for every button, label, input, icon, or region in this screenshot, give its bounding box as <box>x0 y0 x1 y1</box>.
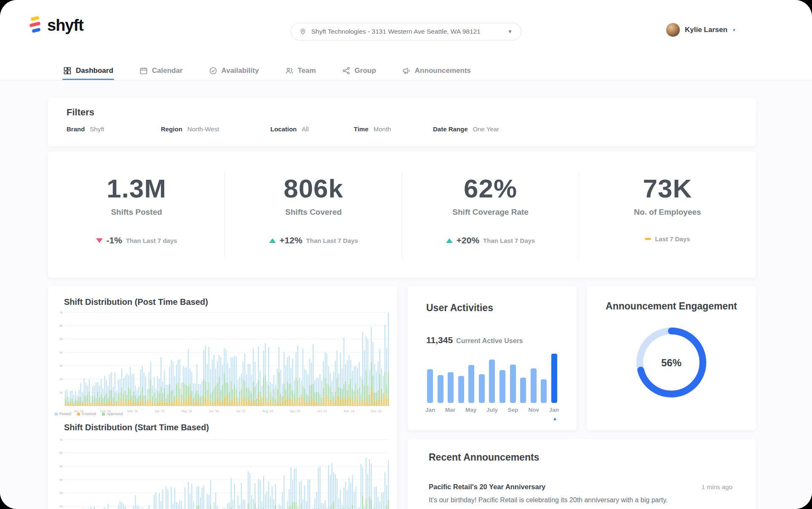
team-icon <box>285 67 294 75</box>
month-label: May <box>465 407 476 413</box>
filter-brand[interactable]: Brand Shyft <box>67 125 104 133</box>
user-activities-card: User Activities 11,345 Current Active Us… <box>408 286 577 430</box>
stat-shifts-posted: 1.3M Shifts Posted -1% Than Last 7 days <box>48 152 225 278</box>
delta-note: Than Last 7 Days <box>306 237 358 244</box>
tab-label: Team <box>298 67 316 75</box>
delta-value: +20% <box>457 235 479 245</box>
stat-delta: -1% Than Last 7 days <box>48 235 225 245</box>
filter-date-range[interactable]: Date Range One Year <box>433 125 499 133</box>
chevron-down-icon: ▼ <box>508 29 513 35</box>
user-name: Kylie Larsen <box>685 26 727 34</box>
filter-label: Brand <box>67 125 85 133</box>
month-label: Mar <box>445 407 455 413</box>
stat-coverage-rate: 62% Shift Coverage Rate +20% Than Last 7… <box>402 152 579 278</box>
stat-value: 806k <box>225 173 402 203</box>
announcement-engagement-card: Announcement Engagement 56% <box>587 286 756 430</box>
user-activities-months: JanMarMayJulySepNovJan <box>425 407 559 413</box>
svg-text:7k: 7k <box>59 311 63 314</box>
svg-text:Jul '18: Jul '18 <box>236 409 245 413</box>
delta-note: Than Last 7 Days <box>483 237 535 244</box>
svg-text:Apr '18: Apr '18 <box>155 409 165 413</box>
svg-text:3k: 3k <box>59 364 63 368</box>
filter-location[interactable]: Location All <box>270 125 309 133</box>
month-label: July <box>486 407 498 413</box>
stat-value: 62% <box>402 173 579 203</box>
activity-bar <box>520 378 526 403</box>
location-selector[interactable]: Shyft Technologies - 3131 Western Ave Se… <box>291 23 521 40</box>
svg-text:Nov '18: Nov '18 <box>344 409 354 413</box>
stats-card: 1.3M Shifts Posted -1% Than Last 7 days … <box>48 152 756 278</box>
delta-note: Last 7 Days <box>655 235 690 243</box>
location-pin-icon <box>299 28 306 35</box>
trend-up-icon <box>446 238 453 243</box>
tab-availability[interactable]: Availability <box>209 61 259 80</box>
filter-value: All <box>302 125 309 133</box>
activity-bar <box>551 354 557 403</box>
user-menu[interactable]: Kylie Larsen ▼ <box>666 23 736 37</box>
month-label: Jan <box>549 407 559 413</box>
month-label: Nov <box>528 407 539 413</box>
active-users-label: Current Active Users <box>456 337 523 345</box>
tab-announcements[interactable]: Announcements <box>402 61 471 80</box>
svg-text:6k: 6k <box>59 324 63 328</box>
svg-text:5k: 5k <box>59 464 63 468</box>
tab-label: Group <box>355 67 376 75</box>
announcement-item-body: It's our birthday! Pacific Retail is cel… <box>429 496 732 504</box>
svg-text:Oct '18: Oct '18 <box>317 409 327 413</box>
tab-calendar[interactable]: Calendar <box>139 61 183 80</box>
user-activities-bars <box>427 354 557 403</box>
legend-swatch-posted <box>55 413 58 416</box>
svg-text:6k: 6k <box>59 451 63 455</box>
svg-text:2k: 2k <box>59 504 63 508</box>
announcement-item[interactable]: Pacific Retail's 20 Year Anniversary 1 m… <box>429 483 732 491</box>
delta-value: +12% <box>280 235 302 245</box>
announcements-title: Recent Announcements <box>429 452 539 463</box>
engagement-percent: 56% <box>636 357 707 369</box>
svg-text:3k: 3k <box>59 491 63 495</box>
dashboard-icon <box>63 67 72 75</box>
tab-label: Availability <box>222 67 259 75</box>
tab-group[interactable]: Group <box>342 61 376 80</box>
filters-title: Filters <box>67 107 94 118</box>
announcement-item-time: 1 mins ago <box>702 483 732 490</box>
location-text: Shyft Technologies - 3131 Western Ave Se… <box>311 28 502 35</box>
svg-text:4k: 4k <box>59 351 63 354</box>
filter-value: Shyft <box>90 125 104 133</box>
announcement-item-title: Pacific Retail's 20 Year Anniversary <box>429 483 545 491</box>
active-users-stat: 11,345 Current Active Users <box>426 335 523 345</box>
filter-value: One Year <box>473 125 499 133</box>
svg-text:Aug '18: Aug '18 <box>262 409 273 413</box>
delta-note: Than Last 7 days <box>126 237 177 244</box>
tab-label: Announcements <box>415 67 471 75</box>
svg-text:Dec '18: Dec '18 <box>371 409 381 413</box>
recent-announcements-card: Recent Announcements Pacific Retail's 20… <box>408 439 756 509</box>
activity-bar <box>510 365 516 403</box>
tab-dashboard[interactable]: Dashboard <box>63 61 113 80</box>
start-time-chart: 1k2k3k4k5k6k7kJan '18Feb '18Mar '18Apr '… <box>53 437 392 509</box>
check-circle-icon <box>209 67 217 75</box>
legend-swatch-covered <box>77 413 80 416</box>
chart-title-post-time: Shift Distribution (Post Time Based) <box>64 297 208 307</box>
post-time-chart: 1k2k3k4k5k6k7kJan '18Feb '18Mar '18Apr '… <box>53 310 392 415</box>
filter-time[interactable]: Time Month <box>354 125 391 133</box>
stat-label: No. of Employees <box>579 208 756 217</box>
legend-covered: Covered <box>77 412 96 416</box>
engagement-donut: 56% <box>636 327 707 398</box>
filter-value: North-West <box>187 125 219 133</box>
tab-team[interactable]: Team <box>285 61 316 80</box>
user-activities-title: User Activities <box>426 302 493 314</box>
stat-shifts-covered: 806k Shifts Covered +12% Than Last 7 Day… <box>225 152 402 278</box>
filter-region[interactable]: Region North-West <box>161 125 219 133</box>
current-month-indicator-icon: ▲ <box>553 416 557 421</box>
engagement-title: Announcement Engagement <box>587 301 756 312</box>
svg-text:1k: 1k <box>59 391 63 394</box>
activity-bar <box>479 374 485 403</box>
brand-name: shyft <box>47 16 83 35</box>
brand-logo[interactable]: shyft <box>28 16 83 35</box>
tab-label: Calendar <box>152 67 183 75</box>
chart-legend: Posted Covered Approved <box>55 412 123 416</box>
active-users-value: 11,345 <box>426 335 453 345</box>
shyft-logo-icon <box>28 16 43 35</box>
stat-delta: +12% Than Last 7 Days <box>225 235 402 245</box>
activity-bar <box>531 368 537 403</box>
